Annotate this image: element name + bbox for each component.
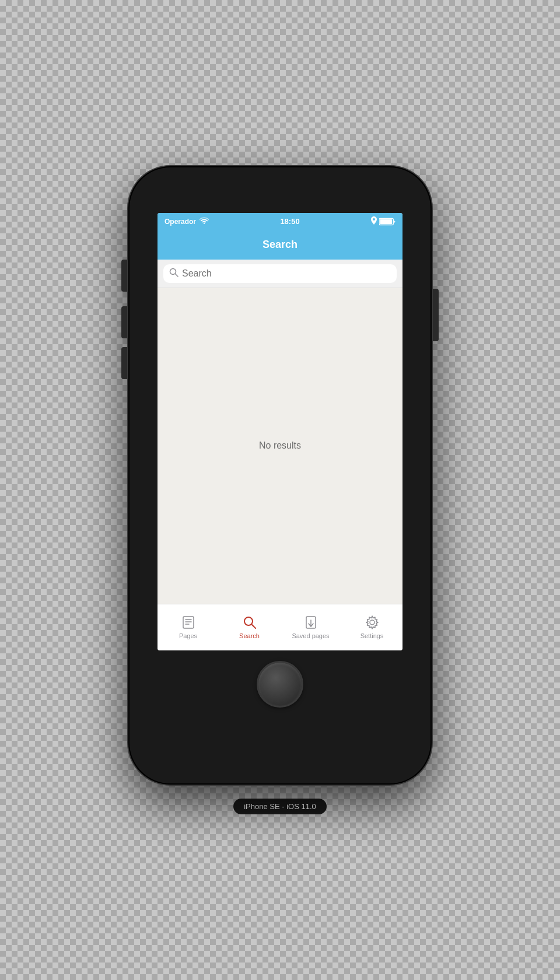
svg-line-4 xyxy=(176,274,178,276)
tab-settings[interactable]: Settings xyxy=(341,610,402,644)
tab-search-label: Search xyxy=(239,632,260,639)
tab-pages[interactable]: Pages xyxy=(158,610,219,644)
search-input[interactable] xyxy=(182,268,391,279)
nav-title: Search xyxy=(262,239,298,251)
search-input-wrapper xyxy=(163,264,397,283)
status-bar: Operador 18:50 xyxy=(158,213,402,230)
tab-bar: Pages Search Saved pages xyxy=(158,604,402,650)
phone-screen: Operador 18:50 xyxy=(158,213,402,650)
carrier-label: Operador xyxy=(164,218,196,226)
phone-device: Operador 18:50 xyxy=(128,166,432,785)
svg-point-13 xyxy=(370,620,374,625)
content-area: No results xyxy=(158,288,402,604)
svg-line-10 xyxy=(251,625,256,629)
status-left: Operador xyxy=(164,217,209,226)
status-right xyxy=(371,216,396,227)
tab-search[interactable]: Search xyxy=(219,610,280,644)
search-input-area xyxy=(158,260,402,288)
tab-saved-pages[interactable]: Saved pages xyxy=(280,610,341,644)
svg-rect-2 xyxy=(380,219,392,223)
tab-saved-pages-label: Saved pages xyxy=(292,632,329,639)
navigation-bar: Search xyxy=(158,230,402,260)
device-label: iPhone SE - iOS 11.0 xyxy=(233,799,327,814)
status-time: 18:50 xyxy=(280,217,299,226)
home-button[interactable] xyxy=(257,661,303,708)
battery-icon xyxy=(379,218,396,226)
svg-rect-5 xyxy=(183,617,194,628)
location-icon xyxy=(371,216,377,227)
empty-state-text: No results xyxy=(259,440,301,451)
tab-pages-label: Pages xyxy=(179,632,197,639)
svg-point-0 xyxy=(373,218,375,220)
search-icon xyxy=(169,268,178,279)
tab-settings-label: Settings xyxy=(360,632,384,639)
wifi-icon xyxy=(200,217,209,226)
